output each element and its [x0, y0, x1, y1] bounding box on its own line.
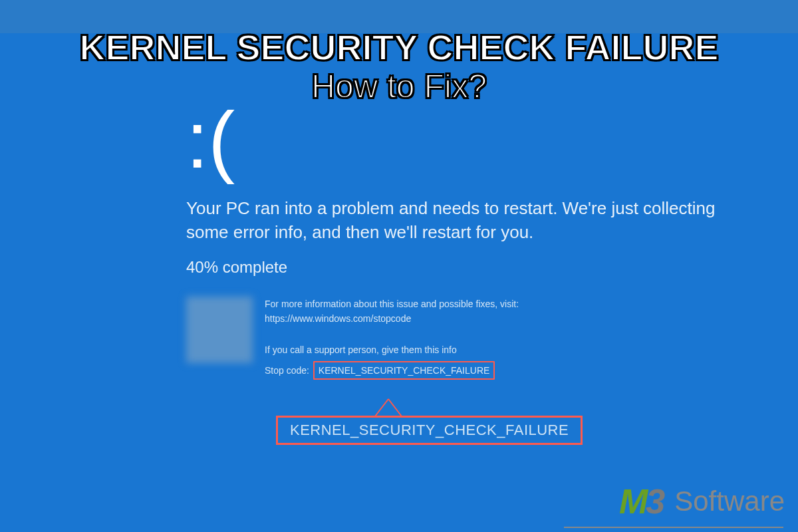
more-info-text: For more information about this issue an… — [265, 297, 664, 327]
overlay-title-line2: How to Fix? — [0, 68, 798, 106]
bsod-screen: :( Your PC ran into a problem and needs … — [186, 100, 758, 380]
stopcode-value: KERNEL_SECURITY_CHECK_FAILURE — [319, 365, 490, 376]
overlay-title-line1: KERNEL SECURITY CHECK FAILURE — [0, 27, 798, 68]
logo-letter-m: M — [619, 481, 646, 521]
bsod-info-text: For more information about this issue an… — [265, 297, 664, 380]
bsod-info-row: For more information about this issue an… — [186, 297, 758, 380]
stopcode-line: Stop code: KERNEL_SECURITY_CHECK_FAILURE — [265, 361, 664, 380]
support-text: If you call a support person, give them … — [265, 342, 664, 357]
bsod-progress: 40% complete — [186, 258, 758, 277]
magnified-text: KERNEL_SECURITY_CHECK_FAILURE — [290, 422, 569, 438]
bsod-message: Your PC ran into a problem and needs to … — [186, 196, 732, 245]
logo-number-3: 3 — [646, 481, 665, 521]
stopcode-highlight: KERNEL_SECURITY_CHECK_FAILURE — [313, 361, 495, 380]
sad-face-icon: :( — [186, 100, 758, 180]
magnified-stopcode: KERNEL_SECURITY_CHECK_FAILURE — [276, 416, 583, 445]
stopcode-label: Stop code: — [265, 365, 309, 376]
logo-word-software: Software — [674, 485, 785, 517]
title-overlay: KERNEL SECURITY CHECK FAILURE How to Fix… — [0, 27, 798, 106]
brand-logo: M 3 Software — [619, 481, 785, 521]
logo-underline — [564, 527, 783, 528]
qr-code-icon — [186, 297, 253, 363]
callout-connector — [375, 399, 402, 416]
